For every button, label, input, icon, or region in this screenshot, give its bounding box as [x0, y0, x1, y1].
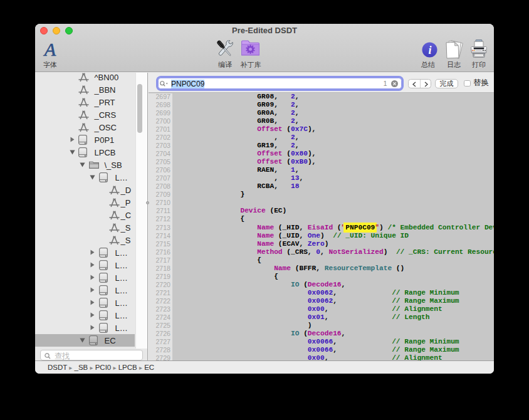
- svg-text:i: i: [428, 44, 431, 56]
